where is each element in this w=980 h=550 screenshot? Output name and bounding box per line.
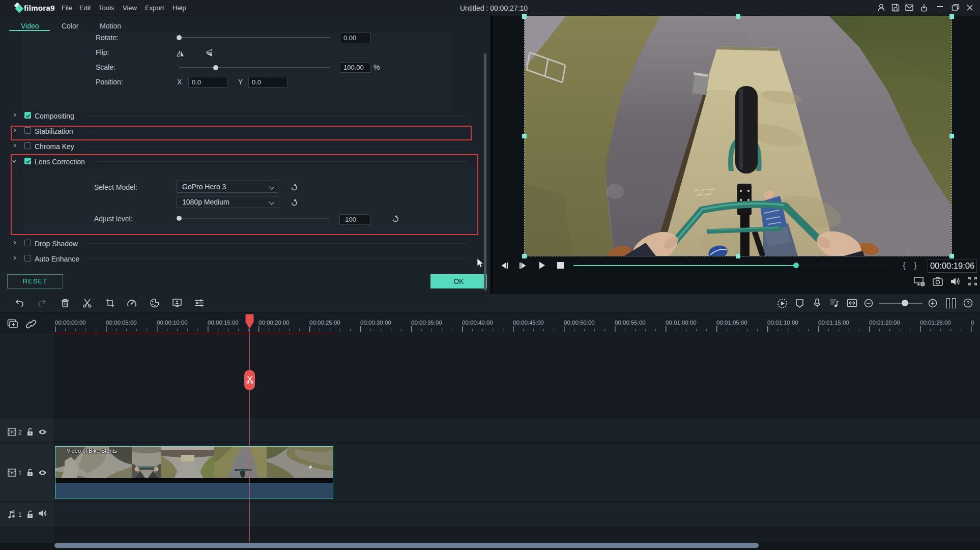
svg-text:00:00:15:00: 00:00:15:00 bbox=[208, 320, 239, 326]
svg-text:00:00:40:00: 00:00:40:00 bbox=[462, 320, 493, 326]
svg-text:00:01:05:00: 00:01:05:00 bbox=[716, 320, 747, 326]
svg-text:00:00:25:00: 00:00:25:00 bbox=[309, 320, 340, 326]
svg-text:00:01:20:00: 00:01:20:00 bbox=[869, 320, 900, 326]
svg-text:?: ? bbox=[966, 300, 969, 306]
svg-text:00:00:30:00: 00:00:30:00 bbox=[360, 320, 391, 326]
svg-text:00:01:00:00: 00:01:00:00 bbox=[666, 320, 697, 326]
svg-text:00:00:00:00: 00:00:00:00 bbox=[55, 320, 86, 326]
svg-text:00:00:45:00: 00:00:45:00 bbox=[513, 320, 544, 326]
svg-text:00:00:05:00: 00:00:05:00 bbox=[106, 320, 137, 326]
svg-text:00:00:50:00: 00:00:50:00 bbox=[564, 320, 595, 326]
svg-text:00:01:15:00: 00:01:15:00 bbox=[818, 320, 849, 326]
svg-text:00:01:25:00: 00:01:25:00 bbox=[920, 320, 951, 326]
svg-text:00:00:35:00: 00:00:35:00 bbox=[411, 320, 442, 326]
svg-text:00:00:10:00: 00:00:10:00 bbox=[157, 320, 188, 326]
svg-text:00:00:55:00: 00:00:55:00 bbox=[615, 320, 646, 326]
svg-text:00:00:20:00: 00:00:20:00 bbox=[258, 320, 290, 326]
svg-text:00:01:10:00: 00:01:10:00 bbox=[767, 320, 798, 326]
svg-text:0: 0 bbox=[971, 320, 974, 326]
